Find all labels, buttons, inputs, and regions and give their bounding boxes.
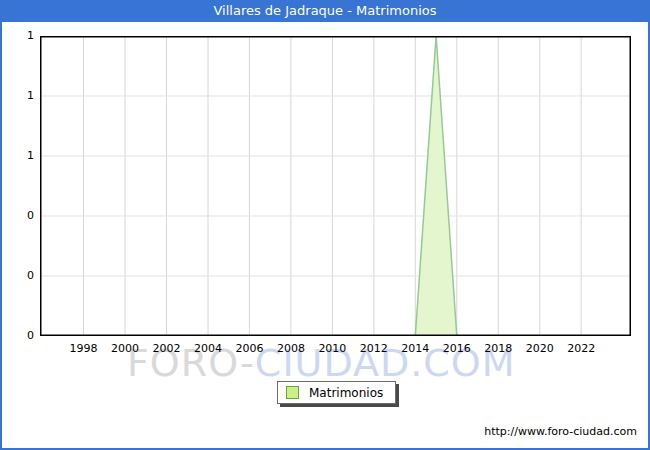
x-tick-label: 1998 xyxy=(70,342,98,355)
x-tick-label: 2020 xyxy=(526,342,554,355)
x-tick-label: 2010 xyxy=(318,342,346,355)
footer-url: http://www.foro-ciudad.com xyxy=(484,425,637,438)
legend-box: Matrimonios xyxy=(277,381,396,404)
x-tick-label: 2008 xyxy=(277,342,305,355)
x-tick-label: 2000 xyxy=(111,342,139,355)
y-tick-label: 0 xyxy=(2,209,34,222)
x-tick-label: 2018 xyxy=(484,342,512,355)
y-tick-label: 0 xyxy=(2,269,34,282)
chart-title: Villares de Jadraque - Matrimonios xyxy=(0,0,650,22)
x-tick-label: 2022 xyxy=(567,342,595,355)
legend-swatch-icon xyxy=(286,386,299,399)
y-tick-label: 1 xyxy=(2,89,34,102)
x-tick-label: 2014 xyxy=(401,342,429,355)
x-tick-label: 2002 xyxy=(152,342,180,355)
x-tick-label: 2012 xyxy=(360,342,388,355)
plot-area xyxy=(40,36,631,336)
legend-label: Matrimonios xyxy=(309,386,383,400)
x-tick-label: 2006 xyxy=(235,342,263,355)
x-tick-label: 2004 xyxy=(194,342,222,355)
y-tick-label: 1 xyxy=(2,149,34,162)
y-tick-label: 1 xyxy=(2,29,34,42)
x-tick-label: 2016 xyxy=(443,342,471,355)
area-chart xyxy=(40,36,631,336)
y-tick-label: 0 xyxy=(2,329,34,342)
